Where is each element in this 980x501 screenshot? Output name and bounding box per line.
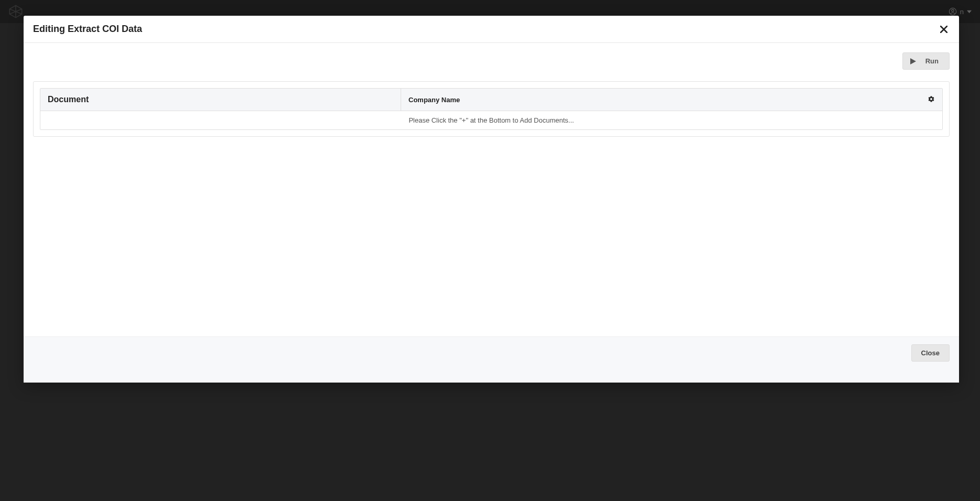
modal-footer: Close xyxy=(24,336,959,383)
play-icon xyxy=(910,58,916,64)
user-name-fragment: n xyxy=(960,8,964,16)
svg-point-1 xyxy=(952,9,954,12)
table-empty-row: Please Click the "+" at the Bottom to Ad… xyxy=(40,111,942,129)
documents-table-wrapper: Document Company Name Pleas xyxy=(33,81,950,137)
modal-toolbar: Run xyxy=(33,52,950,70)
edit-modal: Editing Extract COI Data Run D xyxy=(24,16,959,383)
background-user-menu: n xyxy=(949,7,972,16)
documents-table: Document Company Name Pleas xyxy=(40,88,943,130)
column-header-company-name[interactable]: Company Name xyxy=(401,89,920,111)
modal-header: Editing Extract COI Data xyxy=(24,16,959,43)
table-header-row: Document Company Name xyxy=(40,89,942,111)
run-button-label: Run xyxy=(925,57,939,65)
run-button[interactable]: Run xyxy=(902,52,950,70)
modal-title: Editing Extract COI Data xyxy=(33,24,142,35)
caret-down-icon xyxy=(967,9,972,14)
modal-body: Run Document Company Name xyxy=(24,43,959,336)
close-icon[interactable] xyxy=(938,24,950,35)
gear-icon[interactable] xyxy=(928,95,935,104)
empty-state-message: Please Click the "+" at the Bottom to Ad… xyxy=(40,111,942,129)
column-header-settings xyxy=(920,89,942,111)
app-logo xyxy=(8,4,23,19)
column-header-document[interactable]: Document xyxy=(40,89,401,111)
close-button[interactable]: Close xyxy=(911,344,950,362)
